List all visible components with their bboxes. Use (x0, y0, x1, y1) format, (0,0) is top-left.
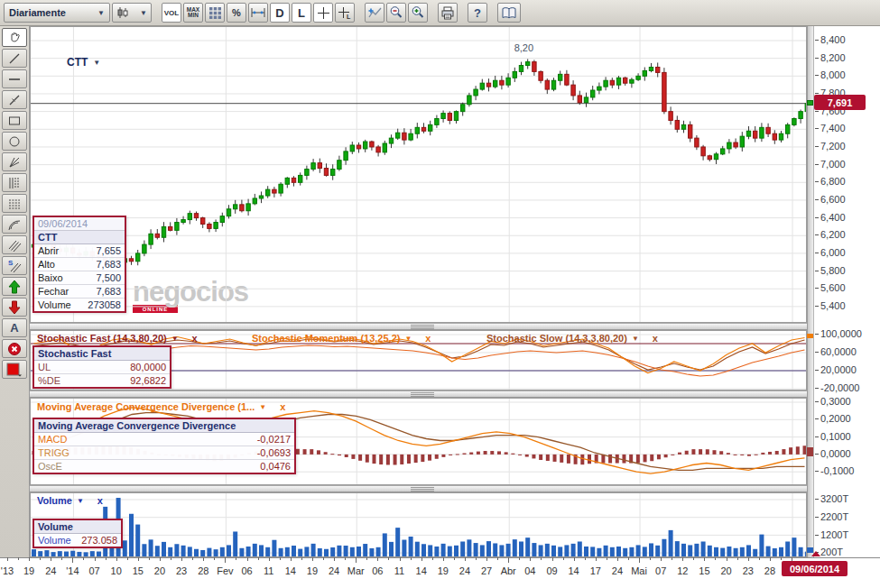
color-picker-tool[interactable] (2, 360, 27, 379)
volume-bar (434, 547, 439, 556)
close-icon[interactable]: x (280, 401, 285, 412)
stochastic-slow-header[interactable]: Stochastic Slow (14,3,3,80,20) ▼ x (486, 333, 658, 344)
macd-histogram-bar (463, 454, 467, 455)
help-button[interactable]: ? (468, 3, 487, 23)
print-button[interactable] (438, 3, 458, 23)
axis-minor-tick (759, 557, 760, 560)
fan-lines-tool[interactable] (2, 152, 27, 171)
chevron-down-icon[interactable]: ▼ (259, 403, 266, 411)
candlestick (662, 72, 666, 111)
candlestick (383, 143, 386, 152)
symbol-header[interactable]: CTT ▼ (67, 56, 100, 69)
macd-histogram-bar (803, 446, 807, 455)
fibonacci-retracement-tool[interactable] (2, 194, 27, 213)
crosshair-label-button[interactable]: L (335, 3, 355, 23)
pan-tool[interactable] (2, 28, 27, 47)
stochastic-momentum-header[interactable]: Stochastic Momentum (13,25,2) ▼ x (252, 333, 431, 344)
stochastic-panel[interactable]: Stochastic Fast (14,3,80,20) ▼ x Stochas… (30, 330, 807, 390)
volume-bar (58, 551, 62, 556)
zoom-out-button[interactable] (386, 3, 406, 23)
line-mode-button[interactable]: L (292, 3, 311, 23)
arrow-down-tool[interactable] (2, 298, 27, 317)
axis-tick (639, 557, 640, 563)
macd-histogram-bar (706, 449, 709, 455)
axis-minor-tick (628, 557, 629, 560)
volume-panel[interactable]: Volume ▼ x Volume Volume273.058 (30, 492, 807, 557)
panel-splitter[interactable] (30, 485, 814, 492)
trendline-tool[interactable] (2, 49, 27, 68)
time-axis-label: 07 (88, 565, 99, 576)
manual-button[interactable] (497, 3, 521, 23)
crosshair-button[interactable] (313, 3, 333, 23)
indicator-label[interactable]: Stochastic Momentum (13,25,2) (252, 333, 400, 344)
close-icon[interactable]: x (192, 333, 198, 344)
tooltip-label: %DE (38, 375, 60, 386)
price-chart-panel[interactable]: CTT ▼ 09/06/2014 CTT Abrir7,655 Alto7,68… (30, 26, 807, 323)
percent-scale-button[interactable]: % (227, 3, 246, 23)
volume-bar (415, 542, 420, 556)
axis-minor-tick (301, 557, 302, 560)
period-dropdown[interactable]: Diariamente ▼ (4, 3, 110, 23)
text-tool[interactable]: A (2, 318, 27, 337)
regression-line-tool[interactable] (2, 90, 27, 109)
rectangle-tool[interactable] (2, 111, 27, 130)
volume-bar (480, 545, 485, 556)
tooltip-label: TRIGG (38, 447, 69, 458)
fibonacci-arcs-tool[interactable] (2, 215, 27, 234)
macd-panel[interactable]: Moving Average Convergence Divergence (1… (30, 398, 807, 485)
chart-scrollbar[interactable] (807, 26, 814, 557)
time-axis-label: 20 (154, 565, 165, 576)
macd-header[interactable]: Moving Average Convergence Divergence (1… (37, 401, 285, 412)
indicator-label[interactable]: Stochastic Slow (14,3,3,80,20) (486, 333, 627, 344)
macd-histogram-bar (734, 455, 737, 455)
delete-drawing-tool[interactable] (2, 339, 27, 358)
time-axis-label: 19 (438, 565, 449, 576)
volume-axis-label: 3200T (820, 493, 848, 504)
day-mode-button[interactable]: D (270, 3, 290, 23)
chevron-down-icon[interactable]: ▼ (404, 335, 412, 343)
axis-tick (443, 557, 444, 561)
close-icon[interactable]: x (653, 333, 658, 344)
close-icon[interactable]: x (97, 495, 103, 506)
parallel-lines-tool[interactable] (2, 235, 27, 254)
horizontal-line-tool[interactable] (2, 69, 27, 88)
macd-histogram-bar (644, 455, 647, 462)
indicator-label[interactable]: Volume (37, 495, 72, 506)
fibonacci-timezones-tool[interactable] (2, 173, 27, 192)
chevron-down-icon[interactable]: ▼ (632, 335, 639, 343)
axis-tick (815, 40, 819, 41)
axis-tick (815, 454, 819, 455)
panel-splitter[interactable] (30, 390, 814, 398)
close-icon[interactable]: x (425, 333, 431, 344)
volume-bar (272, 540, 276, 556)
indicator-label[interactable]: Stochastic Fast (14,3,80,20) (37, 333, 167, 344)
volume-bar (773, 548, 777, 556)
chevron-down-icon[interactable]: ▼ (77, 497, 84, 505)
macd-histogram-bar (532, 455, 535, 459)
volume-header[interactable]: Volume ▼ x (37, 495, 103, 506)
axis-tick (95, 557, 96, 561)
add-indicator-button[interactable] (365, 3, 384, 23)
candlestick (675, 120, 679, 129)
arrow-up-tool[interactable] (2, 277, 27, 296)
maxmin-toggle-button[interactable]: MAX MIN (183, 3, 203, 23)
chevron-down-icon[interactable]: ▼ (171, 335, 179, 343)
volume-toggle-button[interactable]: VOL (162, 3, 181, 23)
volume-bar (604, 546, 608, 556)
stochastic-fast-header[interactable]: Stochastic Fast (14,3,80,20) ▼ x (37, 333, 198, 344)
candlestick (285, 178, 289, 184)
panel-splitter[interactable] (30, 323, 814, 330)
zoom-in-button[interactable] (408, 3, 428, 23)
indicator-label[interactable]: Moving Average Convergence Divergence (1… (37, 401, 255, 412)
axis-tick (815, 288, 819, 289)
candlestick (181, 220, 185, 223)
speed-lines-tool[interactable]: S (2, 256, 27, 275)
chart-type-dropdown[interactable]: ▼ (112, 3, 152, 23)
ellipse-tool[interactable] (2, 132, 27, 151)
price-axis-label: 6,600 (820, 194, 846, 205)
price-axis-label: 5,600 (820, 282, 846, 293)
fit-chart-button[interactable] (248, 3, 268, 23)
time-axis-label: 19 (307, 565, 318, 576)
grid-toggle-button[interactable] (205, 3, 225, 23)
chevron-down-icon: ▼ (93, 59, 100, 67)
